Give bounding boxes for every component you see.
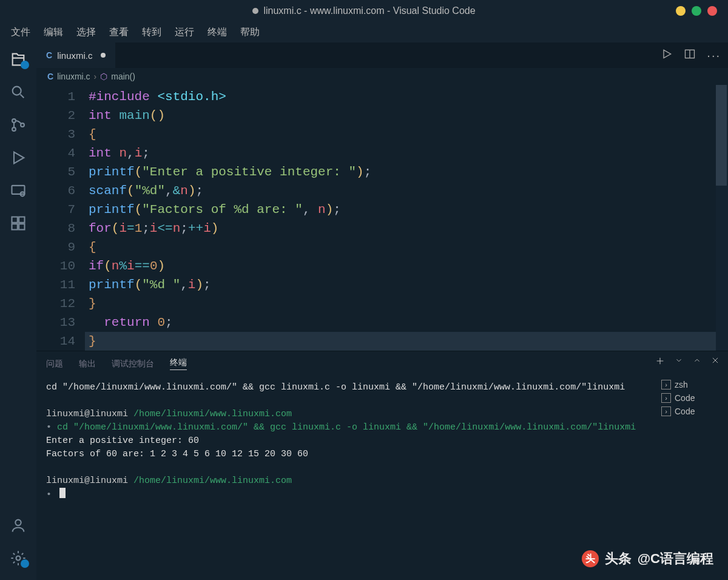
code-line[interactable]: return 0; [89,313,716,332]
menu-run[interactable]: 运行 [175,26,194,39]
chevron-right-icon: › [94,72,97,81]
watermark-author: @C语言编程 [638,550,713,568]
breadcrumb-lang-icon: C [47,72,53,81]
line-gutter: 1234567891011121314 [36,87,89,351]
menu-terminal[interactable]: 终端 [207,26,227,39]
code-line[interactable]: printf("%d ",i); [89,275,716,294]
svg-rect-4 [12,186,25,194]
settings-badge [21,559,29,568]
split-editor-icon[interactable] [684,48,696,62]
source-control-icon[interactable] [7,114,29,136]
symbol-method-icon: ⬡ [100,72,107,81]
explorer-badge [21,61,29,69]
code-line[interactable]: { [89,125,716,144]
terminal-session-code-2[interactable]: ›Code [661,406,723,416]
account-icon[interactable] [7,514,29,536]
breadcrumb[interactable]: C linuxmi.c › ⬡ main() [36,68,728,85]
menu-view[interactable]: 查看 [109,26,129,39]
terminal-line [46,394,645,408]
menu-go[interactable]: 转到 [142,26,161,39]
terminal-session-zsh[interactable]: ›zsh [661,380,723,389]
maximize-panel-icon[interactable] [693,356,701,368]
window-controls [676,6,717,16]
code-line[interactable]: printf("Enter a positive integer: "); [89,163,716,181]
code-line[interactable]: } [89,294,716,313]
code-editor[interactable]: 1234567891011121314 #include <stdio.h>in… [36,85,728,351]
window-title: linuxmi.c - www.linuxmi.com - Visual Stu… [263,5,475,16]
terminal-session-code-1[interactable]: ›Code [661,393,723,403]
terminal-line: Enter a positive integer: 60 [46,434,645,448]
code-line[interactable]: { [89,238,716,257]
code-line[interactable]: if(n%i==0) [89,257,716,275]
language-icon: C [46,50,52,60]
close-button[interactable] [707,6,717,16]
panel-tab-problems[interactable]: 问题 [46,359,63,369]
code-line[interactable]: scanf("%d",&n); [89,181,716,200]
watermark: 头 头条 @C语言编程 [582,550,713,568]
terminal-line [46,461,645,474]
svg-point-1 [12,119,16,123]
svg-point-10 [15,520,21,525]
svg-point-3 [21,123,24,127]
terminal-line: • cd "/home/linuxmi/www.linuxmi.com/" &&… [46,421,645,434]
maximize-button[interactable] [692,6,701,16]
remote-icon[interactable] [7,180,29,201]
activity-bar [0,42,36,580]
watermark-source: 头条 [605,550,632,568]
svg-rect-6 [12,217,18,223]
menu-selection[interactable]: 选择 [76,26,96,39]
tab-filename: linuxmi.c [57,50,92,61]
new-terminal-icon[interactable] [655,356,665,368]
terminal-line: Factors of 60 are: 1 2 3 4 5 6 10 12 15 … [46,448,645,461]
terminal-dropdown-icon[interactable] [675,356,683,368]
tab-linuxmi-c[interactable]: C linuxmi.c [36,42,115,68]
toutiao-logo-icon: 头 [582,550,599,567]
terminal-line: cd "/home/linuxmi/www.linuxmi.com/" && g… [46,381,645,394]
settings-gear-icon[interactable] [7,547,29,569]
menu-file[interactable]: 文件 [11,26,30,39]
svg-rect-9 [19,224,24,229]
terminal[interactable]: cd "/home/linuxmi/www.linuxmi.com/" && g… [36,374,655,580]
terminal-line: linuxmi@linuxmi /home/linuxmi/www.linuxm… [46,408,645,421]
svg-rect-7 [19,217,24,223]
minimize-button[interactable] [676,6,686,16]
modified-indicator-icon [252,8,258,14]
bottom-panel: 问题 输出 调试控制台 终端 [36,351,728,580]
code-line[interactable]: #include <stdio.h> [89,87,716,106]
more-actions-icon[interactable]: ··· [707,49,721,62]
terminal-line: • [46,488,645,502]
code-line[interactable]: printf("Factors of %d are: ", n); [89,200,716,219]
modified-dot-icon [101,53,106,58]
code-line[interactable]: int n,i; [89,144,716,163]
svg-rect-8 [12,224,18,229]
search-icon[interactable] [7,81,29,103]
svg-point-11 [16,556,21,561]
panel-tab-output[interactable]: 输出 [79,359,96,369]
extensions-icon[interactable] [7,212,29,234]
run-file-icon[interactable] [661,48,673,62]
minimap[interactable] [716,85,728,351]
terminal-list: ›zsh ›Code ›Code [655,374,728,580]
svg-point-0 [13,87,21,95]
breadcrumb-symbol: main() [111,72,135,81]
close-panel-icon[interactable] [711,356,720,368]
code-line[interactable]: int main() [89,106,716,125]
panel-tab-debug-console[interactable]: 调试控制台 [112,359,154,369]
run-debug-icon[interactable] [7,147,29,169]
code-line[interactable]: for(i=1;i<=n;++i) [89,219,716,238]
minimap-thumb[interactable] [716,85,727,186]
svg-point-2 [12,127,16,131]
explorer-icon[interactable] [7,49,29,70]
title-bar: linuxmi.c - www.linuxmi.com - Visual Stu… [0,0,728,22]
terminal-line: linuxmi@linuxmi /home/linuxmi/www.linuxm… [46,474,645,488]
breadcrumb-file: linuxmi.c [57,72,90,81]
menu-edit[interactable]: 编辑 [44,26,63,39]
panel-tabs: 问题 输出 调试控制台 终端 [36,351,728,374]
panel-tab-terminal[interactable]: 终端 [170,357,187,370]
menu-help[interactable]: 帮助 [240,26,260,39]
editor-tabs: C linuxmi.c ··· [36,42,728,68]
menu-bar: 文件 编辑 选择 查看 转到 运行 终端 帮助 [0,22,728,42]
